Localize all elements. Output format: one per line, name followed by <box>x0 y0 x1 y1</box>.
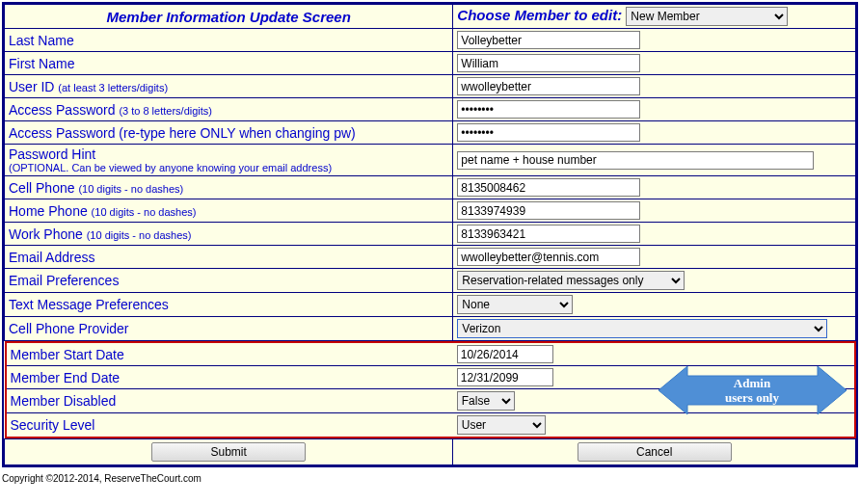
submit-cell: Submit <box>5 439 453 465</box>
last-name-input[interactable] <box>457 31 640 49</box>
label-work-phone: Work Phone (10 digits - no dashes) <box>5 223 453 246</box>
label-provider: Cell Phone Provider <box>5 317 453 341</box>
email-pref-select[interactable]: Reservation-related messages only <box>457 271 685 290</box>
cancel-button[interactable]: Cancel <box>578 442 732 462</box>
label-pw-hint: Password Hint (OPTIONAL. Can be viewed b… <box>5 145 453 176</box>
email-input[interactable] <box>457 248 640 266</box>
cancel-cell: Cancel <box>453 439 856 465</box>
label-home-phone: Home Phone (10 digits - no dashes) <box>5 199 453 223</box>
user-id-input[interactable] <box>457 77 640 95</box>
label-email: Email Address <box>5 246 453 269</box>
label-disabled: Member Disabled <box>7 389 453 413</box>
choose-member-cell: Choose Member to edit: New Member <box>453 5 856 29</box>
label-text-pref: Text Message Preferences <box>5 293 453 317</box>
label-user-id: User ID (at least 3 letters/digits) <box>5 75 453 98</box>
pw-hint-input[interactable] <box>457 151 814 170</box>
work-phone-input[interactable] <box>457 225 640 243</box>
sec-level-select[interactable]: User <box>457 415 546 435</box>
label-last-name: Last Name <box>5 29 453 52</box>
password2-input[interactable] <box>457 123 640 142</box>
page-title: Member Information Update Screen <box>5 5 453 29</box>
home-phone-input[interactable] <box>457 201 640 220</box>
text-pref-select[interactable]: None <box>457 295 573 314</box>
label-password2: Access Password (re-type here ONLY when … <box>5 121 453 145</box>
submit-button[interactable]: Submit <box>151 442 306 462</box>
form-table: Member Information Update Screen Choose … <box>4 4 856 465</box>
choose-member-select[interactable]: New Member <box>626 7 788 26</box>
admin-only-box: Member Start Date Member End Date Member… <box>5 341 856 438</box>
provider-select[interactable]: Verizon <box>457 319 827 338</box>
label-email-pref: Email Preferences <box>5 269 453 293</box>
label-password: Access Password (3 to 8 letters/digits) <box>5 98 453 121</box>
choose-member-label: Choose Member to edit: <box>457 7 622 23</box>
start-date-input[interactable] <box>457 345 553 363</box>
disabled-select[interactable]: False <box>457 391 515 411</box>
label-cell-phone: Cell Phone (10 digits - no dashes) <box>5 176 453 199</box>
end-date-input[interactable] <box>457 368 553 386</box>
admin-section-wrapper: Member Start Date Member End Date Member… <box>5 341 856 439</box>
first-name-input[interactable] <box>457 54 640 72</box>
label-first-name: First Name <box>5 52 453 75</box>
label-start-date: Member Start Date <box>7 343 453 366</box>
member-info-form: Member Information Update Screen Choose … <box>2 2 858 467</box>
label-sec-level: Security Level <box>7 413 453 438</box>
cell-phone-input[interactable] <box>457 178 640 197</box>
password-input[interactable] <box>457 100 640 119</box>
label-end-date: Member End Date <box>7 366 453 389</box>
copyright-text: Copyright ©2012-2014, ReserveTheCourt.co… <box>0 469 860 488</box>
